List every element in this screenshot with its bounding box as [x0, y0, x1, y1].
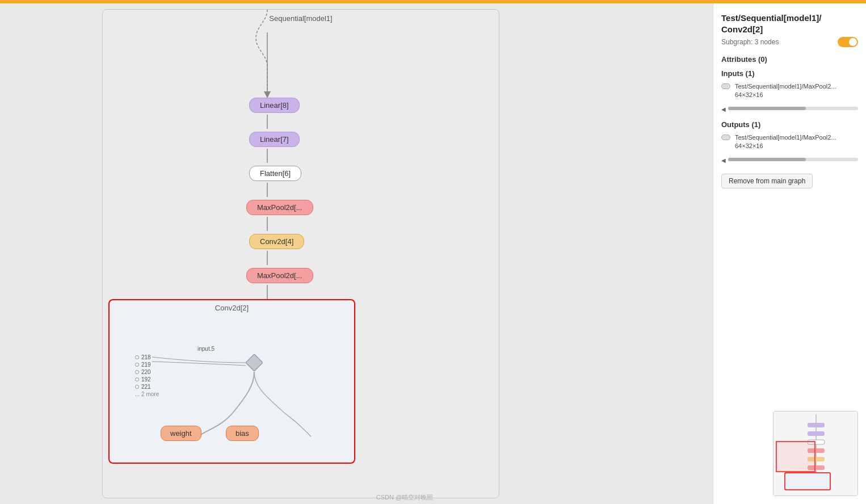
merge-node	[246, 354, 263, 371]
output-item: Test/Sequential[model1]/MaxPool2... 64×3…	[721, 133, 858, 151]
node-maxpool1[interactable]: MaxPool2d[...	[246, 268, 313, 283]
node-linear7[interactable]: Linear[7]	[249, 132, 300, 147]
input-dot-218	[135, 355, 139, 359]
graph-canvas[interactable]: Sequential[model1]	[96, 3, 713, 504]
output-io-text: Test/Sequential[model1]/MaxPool2... 64×3…	[735, 133, 836, 151]
node-weight[interactable]: weight	[161, 426, 201, 441]
output-scroll-left[interactable]: ◀	[721, 157, 726, 163]
right-panel: Test/Sequential[model1]/Conv2d[2] Subgra…	[713, 3, 866, 504]
node-bias[interactable]: bias	[226, 426, 259, 441]
input-label-219: 219	[135, 362, 159, 368]
input-io-dot	[721, 83, 730, 89]
svg-rect-13	[785, 473, 830, 490]
node-maxpool3[interactable]: MaxPool2d[...	[246, 200, 313, 215]
input-dot-221	[135, 385, 139, 389]
input-io-text: Test/Sequential[model1]/MaxPool2... 64×3…	[735, 82, 836, 100]
input-scroll-left[interactable]: ◀	[721, 106, 726, 112]
panel-title: Test/Sequential[model1]/Conv2d[2]	[721, 12, 858, 35]
input-scrollbar-thumb	[728, 107, 806, 110]
input-label-221: 221	[135, 384, 159, 390]
sequential-label: Sequential[model1]	[269, 14, 332, 23]
input-dot-220	[135, 370, 139, 374]
attributes-section-title: Attributes (0)	[721, 55, 858, 64]
input-scrollbar-track[interactable]	[728, 107, 858, 110]
input-label-218: 218	[135, 354, 159, 360]
node-linear8[interactable]: Linear[8]	[249, 98, 300, 113]
panel-subtitle: Subgraph: 3 nodes	[721, 37, 858, 47]
input-labels: 218 219 220 192	[135, 354, 159, 397]
output-scrollbar-track[interactable]	[728, 158, 858, 161]
minimap	[773, 411, 858, 496]
outputs-section-title: Outputs (1)	[721, 120, 858, 129]
inputs-section-title: Inputs (1)	[721, 69, 858, 78]
toggle-button[interactable]	[838, 37, 858, 47]
output-scrollbar-thumb	[728, 158, 806, 161]
input-dot-192	[135, 377, 139, 381]
watermark: CSDN @晴空对晚照	[376, 493, 433, 502]
input-item: Test/Sequential[model1]/MaxPool2... 64×3…	[721, 82, 858, 100]
node-flatten6[interactable]: Flatten[6]	[249, 166, 301, 181]
remove-from-main-graph-button[interactable]: Remove from main graph	[721, 174, 813, 188]
subgraph-container: Conv2d[2] 218 219 220	[108, 299, 355, 464]
main-layout: Sequential[model1]	[0, 0, 866, 504]
input-label-more: ... 2 more	[135, 391, 159, 397]
input-dot-219	[135, 363, 139, 367]
output-io-dot	[721, 135, 730, 140]
node-conv4[interactable]: Conv2d[4]	[249, 234, 304, 249]
subgraph-label: Conv2d[2]	[215, 304, 249, 312]
minimap-inner	[773, 411, 857, 495]
svg-rect-3	[808, 431, 825, 436]
top-bar	[0, 0, 866, 3]
svg-rect-1	[808, 423, 825, 427]
input-label-192: 192	[135, 376, 159, 383]
left-sidebar	[0, 3, 96, 504]
input5-label: input.5	[197, 346, 215, 352]
minimap-viewport	[776, 441, 815, 472]
input-label-220: 220	[135, 369, 159, 375]
sequential-container: Sequential[model1]	[102, 9, 499, 498]
